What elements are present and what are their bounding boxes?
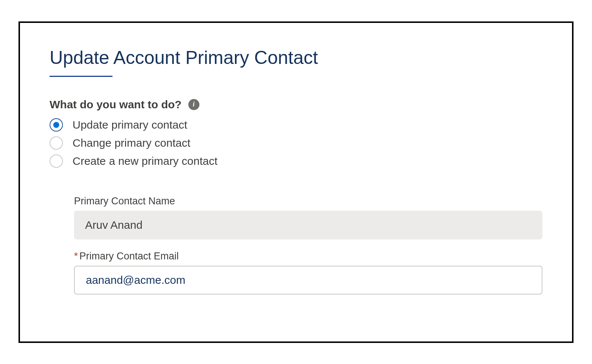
title-underline bbox=[50, 76, 112, 77]
radio-circle-icon bbox=[50, 118, 63, 132]
radio-label: Create a new primary contact bbox=[73, 155, 218, 167]
contact-email-input[interactable] bbox=[74, 266, 542, 295]
radio-option-change[interactable]: Change primary contact bbox=[50, 136, 542, 150]
radio-group: Update primary contact Change primary co… bbox=[50, 118, 542, 168]
info-icon[interactable]: i bbox=[188, 99, 199, 110]
form-group-name: Primary Contact Name Aruv Anand bbox=[74, 195, 542, 239]
form-section: Primary Contact Name Aruv Anand *Primary… bbox=[50, 195, 542, 295]
required-asterisk: * bbox=[74, 251, 78, 262]
form-frame: Update Account Primary Contact What do y… bbox=[18, 21, 574, 343]
contact-email-label: *Primary Contact Email bbox=[74, 251, 542, 262]
radio-circle-icon bbox=[50, 136, 63, 150]
radio-label: Change primary contact bbox=[73, 137, 191, 149]
page-title: Update Account Primary Contact bbox=[50, 47, 542, 68]
radio-option-create[interactable]: Create a new primary contact bbox=[50, 154, 542, 168]
question-label: What do you want to do? bbox=[50, 98, 182, 111]
question-row: What do you want to do? i bbox=[50, 98, 542, 111]
radio-option-update[interactable]: Update primary contact bbox=[50, 118, 542, 132]
contact-name-label: Primary Contact Name bbox=[74, 195, 542, 207]
radio-circle-icon bbox=[50, 154, 63, 168]
email-label-text: Primary Contact Email bbox=[80, 251, 179, 262]
radio-label: Update primary contact bbox=[73, 119, 187, 131]
contact-name-field: Aruv Anand bbox=[74, 211, 542, 239]
form-group-email: *Primary Contact Email bbox=[74, 251, 542, 295]
